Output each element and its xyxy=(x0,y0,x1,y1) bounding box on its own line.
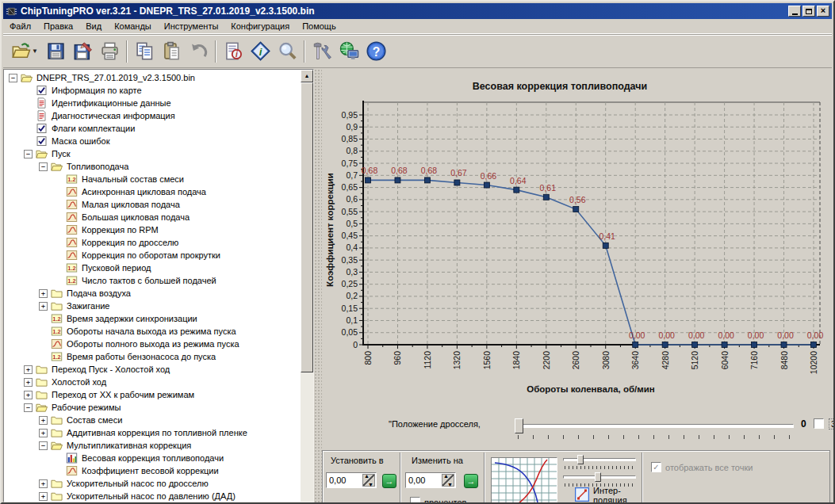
expand-box[interactable]: + xyxy=(39,492,48,501)
tree-item[interactable]: Маска ошибок xyxy=(4,135,301,147)
scroll-up-button[interactable]: ▲ xyxy=(301,70,313,82)
show-all-points-checkbox[interactable]: ✓ xyxy=(651,462,661,472)
3d-checkbox[interactable] xyxy=(814,418,824,429)
tree-item[interactable]: +Ускорительный насос по давлению (ДАД) xyxy=(4,490,301,502)
tree-item[interactable]: 1.2Время работы бензонасоса до пуска xyxy=(4,350,301,363)
tree-item[interactable]: Идентификационные данные xyxy=(4,97,301,109)
folder-icon xyxy=(51,300,63,311)
expand-box[interactable]: + xyxy=(39,289,48,298)
fuel-correction-chart[interactable]: 00,050,10,150,20,250,30,350,40,450,50,55… xyxy=(322,69,831,402)
maximize-button[interactable] xyxy=(802,6,815,17)
collapse-box[interactable]: − xyxy=(9,74,17,82)
print-button[interactable] xyxy=(96,39,123,64)
copy-button[interactable] xyxy=(131,39,158,64)
mini-slider-1[interactable] xyxy=(563,454,636,470)
tree-item[interactable]: +Аддитивная коррекция по топливной пленк… xyxy=(4,426,301,439)
tree-item[interactable]: +Холостой ход xyxy=(4,376,301,388)
tree-item[interactable]: −Мультипликативная коррекция xyxy=(4,439,301,452)
collapse-box[interactable]: − xyxy=(24,150,33,158)
tree-item[interactable]: Диагностическая информация xyxy=(4,109,301,122)
set-to-field: ▲▼ xyxy=(326,472,377,488)
panel-splitter[interactable] xyxy=(314,69,322,502)
tree-item[interactable]: Малая цикловая подача xyxy=(4,198,301,211)
menu-item[interactable]: Команды xyxy=(108,20,158,32)
tree-item-label: Асинхронная цикловая подача xyxy=(80,187,208,197)
search-button[interactable] xyxy=(274,39,301,64)
close-button[interactable]: × xyxy=(817,6,829,17)
tree-item[interactable]: Коррекция по оборотам прокрутки xyxy=(4,249,301,262)
tree-item[interactable]: +Зажигание xyxy=(4,300,301,312)
dropdown-arrow-icon[interactable]: ▼ xyxy=(32,48,38,55)
tree-scrollbar[interactable]: ▲ xyxy=(301,70,313,502)
tree-item[interactable]: +Состав смеси xyxy=(4,414,301,426)
expand-box[interactable]: + xyxy=(24,365,33,374)
tree-item[interactable]: 1.2Число тактов с большей подачей xyxy=(4,274,301,287)
scrollbar-thumb[interactable] xyxy=(301,82,313,372)
tree-item[interactable]: Весовая коррекция топливоподачи xyxy=(4,452,301,464)
network-button[interactable] xyxy=(335,39,362,64)
expand-box[interactable]: + xyxy=(24,378,33,387)
collapse-box[interactable]: − xyxy=(39,441,48,450)
tree-item-label: Коррекция по оборотам прокрутки xyxy=(80,250,222,260)
menu-item[interactable]: Правка xyxy=(37,20,79,32)
throttle-slider-track[interactable] xyxy=(515,424,794,428)
expand-box[interactable]: + xyxy=(39,479,48,488)
paste-button[interactable] xyxy=(158,39,185,64)
mini-slider-2-thumb[interactable] xyxy=(595,472,601,482)
collapse-box[interactable]: − xyxy=(24,403,33,412)
tree-item[interactable]: −Топливоподача xyxy=(4,160,301,173)
menu-item[interactable]: Конфигурация xyxy=(224,20,296,32)
save-button[interactable] xyxy=(42,39,69,64)
throttle-slider[interactable] xyxy=(515,418,794,438)
minimize-button[interactable] xyxy=(788,6,801,17)
expand-box[interactable]: + xyxy=(39,302,48,311)
tree-item[interactable]: 1.2Начальный состав смеси xyxy=(4,173,301,185)
tree-item[interactable]: Информация по карте xyxy=(4,84,301,97)
tree-item[interactable]: Обороты полного выхода из режима пуска xyxy=(4,338,301,350)
expand-box[interactable]: + xyxy=(39,429,48,437)
tree-item[interactable]: Коррекция по RPM xyxy=(4,223,301,236)
svg-text:5120: 5120 xyxy=(690,351,699,370)
info-button[interactable]: i xyxy=(247,39,274,64)
tree-item[interactable]: 1.2Пусковой период xyxy=(4,262,301,274)
expand-box[interactable]: + xyxy=(24,391,33,399)
menu-item[interactable]: Помощь xyxy=(296,20,343,32)
tree-item[interactable]: +Переход от ХХ к рабочим режимам xyxy=(4,388,301,401)
mini-slider-2[interactable] xyxy=(563,472,636,487)
percent-checkbox[interactable] xyxy=(410,497,420,504)
3d-checkbox-label[interactable]: 3D xyxy=(829,418,835,430)
mini-slider-1-thumb[interactable] xyxy=(577,455,584,464)
tree-item[interactable]: Коэффициент весовой коррекции xyxy=(4,464,301,477)
menu-item[interactable]: Вид xyxy=(79,20,108,32)
collapse-box[interactable]: − xyxy=(39,162,48,171)
tree-item[interactable]: +Подача воздуха xyxy=(4,287,301,300)
tree-item[interactable]: +Ускорительный насос по дросселю xyxy=(4,477,301,490)
save-as-button[interactable] xyxy=(69,39,96,64)
report-button[interactable]: i xyxy=(220,39,247,64)
tree-item[interactable]: −Рабочие режимы xyxy=(4,401,301,414)
expand-box[interactable]: + xyxy=(39,416,48,425)
tree-item[interactable]: Коррекция по дросселю xyxy=(4,236,301,249)
tree-item[interactable]: Большая цикловая подача xyxy=(4,211,301,223)
menu-item[interactable]: Инструменты xyxy=(158,20,225,32)
apply-change-button[interactable]: → xyxy=(464,474,478,488)
change-by-spinner[interactable]: ▲▼ xyxy=(442,474,454,487)
help-button[interactable]: ? xyxy=(362,39,389,64)
menu-item[interactable]: Файл xyxy=(3,20,37,32)
apply-set-button[interactable]: → xyxy=(382,474,396,488)
tools-button[interactable] xyxy=(308,39,335,64)
set-to-spinner[interactable]: ▲▼ xyxy=(362,474,375,487)
tree-item[interactable]: Асинхронная цикловая подача xyxy=(4,185,301,198)
open-button[interactable]: ▼ xyxy=(7,39,42,64)
tree-item[interactable]: Флаги комплектации xyxy=(4,122,301,135)
throttle-slider-thumb[interactable] xyxy=(515,418,523,433)
title-bar[interactable]: ChipTuningPRO ver.3.21 - DNEPR_TRS_27.01… xyxy=(3,3,832,19)
tree-item[interactable]: +Переход Пуск - Холостой ход xyxy=(4,363,301,376)
tree-item[interactable]: −Пуск xyxy=(4,147,301,160)
tree-item[interactable]: 1.2Время задержки синхронизации xyxy=(4,312,301,325)
tree-item[interactable]: 1.2Обороты начала выхода из режима пуска xyxy=(4,325,301,338)
tree-item[interactable]: −DNEPR_TRS_27.01.2019_v2.3.1500.bin xyxy=(4,71,301,84)
interpolation-button[interactable] xyxy=(575,487,589,502)
curve-preview-button[interactable] xyxy=(491,457,557,504)
undo-button[interactable] xyxy=(185,39,212,64)
